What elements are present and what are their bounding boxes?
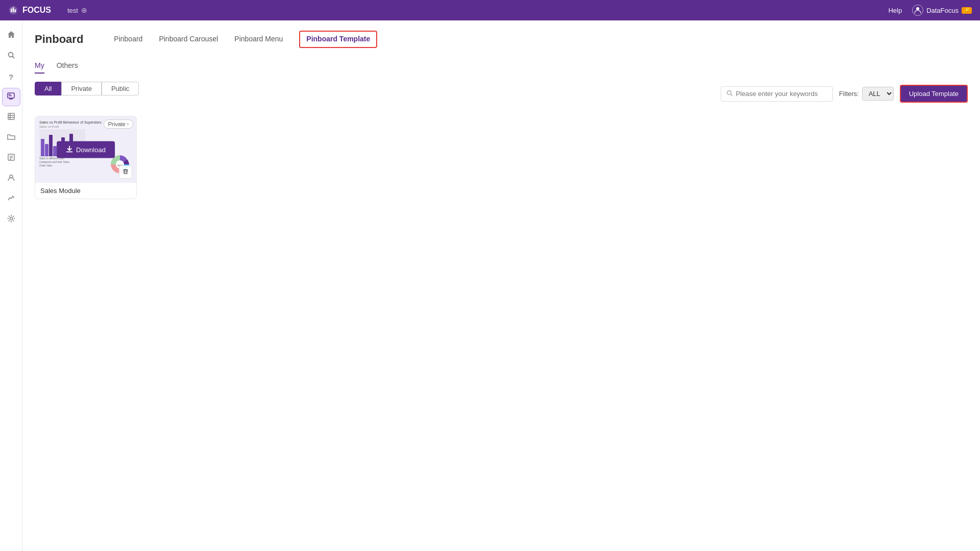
sidebar-item-tasks[interactable]	[2, 149, 20, 167]
sidebar-item-home[interactable]	[2, 27, 20, 45]
download-button[interactable]: Download	[57, 141, 115, 158]
tab-pinboard[interactable]: Pinboard	[114, 31, 142, 48]
template-card: Sales vs Profit Behaviour of Superstars …	[35, 116, 137, 199]
folder-icon	[7, 133, 15, 143]
filters-select[interactable]: ALL	[862, 87, 894, 101]
username: DataFocus	[926, 7, 959, 14]
table-icon	[7, 112, 15, 123]
search-icon	[726, 89, 733, 99]
analytics-icon	[7, 194, 15, 204]
svg-point-22	[727, 90, 731, 94]
tab-pinboard-template[interactable]: Pinboard Template	[299, 31, 377, 48]
tab-pinboard-menu[interactable]: Pinboard Menu	[234, 31, 283, 48]
search-input[interactable]	[736, 90, 827, 98]
page-title: Pinboard	[35, 33, 83, 46]
sidebar-item-pinboard[interactable]	[2, 88, 20, 106]
user-flag: 🔑	[962, 7, 972, 14]
svg-rect-3	[15, 9, 16, 12]
sub-tab-my[interactable]: My	[35, 58, 44, 74]
logo-text: FOCUS	[22, 6, 51, 15]
svg-point-5	[8, 53, 13, 57]
sidebar-item-user[interactable]	[2, 170, 20, 188]
download-icon	[66, 146, 73, 154]
main-content: Pinboard Pinboard Pinboard Carousel Pinb…	[22, 20, 980, 551]
cards-grid: Sales vs Profit Behaviour of Superstars …	[35, 116, 968, 199]
sidebar-item-settings[interactable]	[2, 210, 20, 229]
filter-all[interactable]: All	[35, 82, 61, 95]
filter-public[interactable]: Public	[102, 82, 139, 95]
delete-button[interactable]	[119, 165, 132, 179]
search-box[interactable]	[721, 86, 833, 102]
tab-label: test	[67, 7, 78, 14]
svg-rect-12	[8, 113, 14, 119]
sub-tab-others[interactable]: Others	[57, 58, 78, 74]
filter-private[interactable]: Private	[61, 82, 101, 95]
sidebar: ?	[0, 20, 22, 551]
sidebar-item-analytics[interactable]	[2, 190, 20, 208]
sub-tabs: My Others	[35, 58, 90, 74]
svg-point-21	[10, 218, 12, 220]
sidebar-item-search[interactable]	[2, 47, 20, 65]
sidebar-item-table[interactable]	[2, 108, 20, 127]
svg-line-23	[730, 94, 732, 96]
sub-tabs-row: My Others	[35, 58, 968, 74]
download-label: Download	[76, 146, 106, 154]
filter-tabs: All Private Public	[35, 82, 139, 95]
search-icon	[7, 51, 15, 61]
svg-point-4	[916, 7, 919, 10]
card-label: Sales Module	[35, 183, 136, 199]
user-menu[interactable]: DataFocus 🔑	[912, 5, 972, 16]
tab-pinboard-carousel[interactable]: Pinboard Carousel	[159, 31, 218, 48]
upload-template-button[interactable]: Upload Template	[900, 85, 968, 103]
card-badge[interactable]: Private ›	[104, 119, 133, 129]
badge-label: Private	[108, 121, 126, 127]
home-icon	[7, 31, 15, 41]
toolbar-right: Filters: ALL Upload Template	[721, 85, 968, 103]
user-icon	[7, 174, 15, 184]
sidebar-item-folder[interactable]	[2, 129, 20, 147]
topnav-right: Help DataFocus 🔑	[888, 5, 972, 16]
tasks-icon	[7, 153, 15, 163]
sidebar-item-help[interactable]: ?	[2, 67, 20, 86]
svg-line-6	[12, 57, 14, 59]
topnav: FOCUS test ⊕ Help DataFocus 🔑	[0, 0, 980, 20]
delete-icon	[122, 169, 129, 176]
topnav-tab[interactable]: test ⊕	[61, 6, 93, 14]
add-tab-icon[interactable]: ⊕	[81, 6, 87, 14]
filters-label: Filters: ALL	[839, 87, 894, 101]
help-link[interactable]: Help	[888, 7, 902, 14]
svg-rect-2	[13, 7, 14, 12]
chevron-right-icon: ›	[127, 122, 129, 127]
settings-icon	[7, 214, 15, 225]
logo[interactable]: FOCUS	[8, 5, 51, 15]
card-thumbnail: Sales vs Profit Behaviour of Superstars …	[35, 116, 136, 183]
svg-rect-1	[11, 9, 12, 13]
page-header: Pinboard Pinboard Pinboard Carousel Pinb…	[35, 31, 968, 48]
nav-tabs: Pinboard Pinboard Carousel Pinboard Menu…	[114, 31, 377, 48]
help-icon: ?	[9, 73, 13, 81]
avatar	[912, 5, 923, 16]
pinboard-icon	[7, 92, 15, 103]
